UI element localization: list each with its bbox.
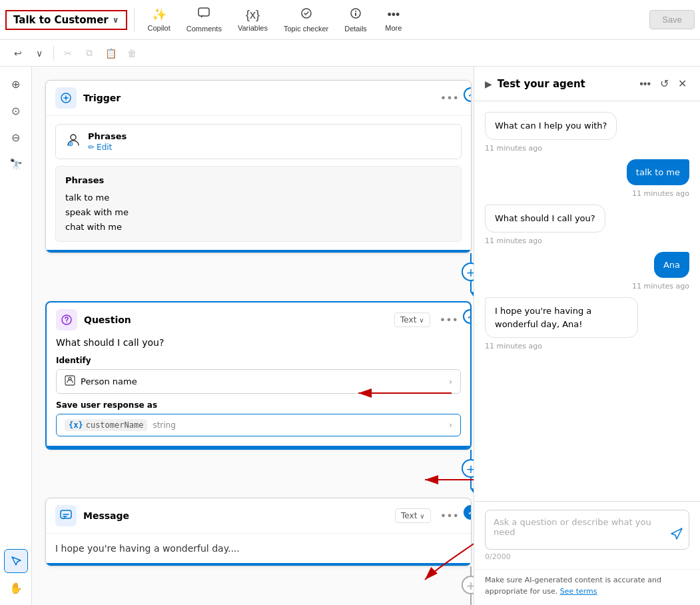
right-panel-title: Test your agent	[498, 78, 631, 90]
more-icon: •••	[387, 8, 400, 22]
canvas-inner: Trigger ••• Phrases ✏	[45, 80, 472, 605]
cut-button[interactable]: ✂	[58, 43, 78, 63]
trigger-node-header: Trigger •••	[46, 81, 471, 116]
agent-bubble-3: I hope you're having a wonderful day, An…	[485, 297, 638, 338]
message-node-menu[interactable]: •••	[438, 507, 462, 525]
connector-3: +	[470, 566, 472, 605]
expand-icon[interactable]: ▶	[485, 79, 492, 89]
agent-bubble-2: What should I call you?	[485, 205, 605, 233]
phrase-3: chat with me	[65, 220, 452, 235]
canvas: Trigger ••• Phrases ✏	[32, 67, 474, 605]
phrase-1: talk to me	[65, 191, 452, 205]
trigger-edit-link[interactable]: ✏ Edit	[88, 143, 127, 152]
copilot-button[interactable]: ✨ Copilot	[141, 5, 177, 35]
add-node-btn-1[interactable]: +	[462, 263, 474, 281]
message-node[interactable]: Message Text ∨ ••• I hope you're having …	[45, 498, 472, 566]
identify-row[interactable]: Person name ›	[56, 369, 461, 394]
person-name-text: Person name	[81, 376, 137, 386]
panel-close-button[interactable]: ✕	[675, 75, 689, 93]
question-node[interactable]: Question Text ∨ ••• What should I call y…	[45, 301, 472, 450]
trigger-phrases-label: Phrases	[88, 131, 127, 141]
phrase-2: speak with me	[65, 205, 452, 220]
question-node-accent	[47, 446, 470, 448]
more-label: More	[385, 24, 402, 32]
zoom-fit-button[interactable]: ⊙	[4, 99, 28, 123]
trigger-node-menu[interactable]: •••	[438, 89, 462, 107]
chat-input-inner: Ask a question or describe what you need…	[485, 510, 689, 561]
message-node-accent	[46, 563, 471, 566]
message-type-badge[interactable]: Text ∨	[395, 508, 431, 523]
phrases-person-icon	[65, 132, 81, 151]
chat-message-3: What should I call you? 11 minutes ago	[485, 205, 689, 245]
save-response-chevron-icon: ›	[449, 420, 452, 430]
panel-refresh-button[interactable]: ↺	[657, 75, 671, 93]
message-body-text: I hope you're having a wonderful day....	[46, 534, 471, 563]
main-area: ⊕ ⊙ ⊖ 🔭 ✋ Trigger •••	[0, 67, 700, 605]
chat-time-3: 11 minutes ago	[485, 237, 689, 245]
send-button[interactable]	[670, 527, 683, 544]
topic-checker-icon	[300, 7, 312, 23]
comments-label: Comments	[186, 25, 222, 33]
undo-button[interactable]: ↩	[8, 43, 28, 63]
comments-icon	[198, 7, 210, 23]
question-type-chevron-icon: ∨	[419, 316, 424, 324]
chat-area: What can I help you with? 11 minutes ago…	[474, 101, 700, 501]
copilot-label: Copilot	[148, 24, 171, 32]
topic-checker-button[interactable]: Topic checker	[277, 5, 335, 35]
chat-message-2: talk to me 11 minutes ago	[485, 159, 689, 199]
variables-icon: {x}	[246, 8, 260, 22]
more-button[interactable]: ••• More	[376, 5, 411, 35]
connector-arrow-1	[470, 292, 474, 299]
details-button[interactable]: Details	[338, 5, 374, 35]
chat-input-box[interactable]: Ask a question or describe what you need	[485, 510, 689, 550]
variable-badge: {x} customerName	[65, 419, 147, 431]
save-button[interactable]: Save	[649, 10, 695, 29]
chat-time-4: 11 minutes ago	[485, 282, 689, 291]
app-title-text: Talk to Customer	[13, 14, 109, 26]
connector-arrow-2	[470, 488, 474, 495]
user-bubble-1: talk to me	[627, 159, 689, 186]
connector-line-3b	[470, 594, 472, 605]
message-type-label: Text	[401, 511, 417, 520]
sub-toolbar: ↩ ∨ ✂ ⧉ 📋 🗑	[0, 40, 700, 67]
chat-message-5: I hope you're having a wonderful day, An…	[485, 297, 689, 350]
trigger-node[interactable]: Trigger ••• Phrases ✏	[45, 80, 472, 253]
person-name-icon	[65, 375, 75, 388]
right-panel: ▶ Test your agent ••• ↺ ✕ What can I hel…	[474, 67, 700, 605]
svg-point-9	[66, 322, 67, 323]
delete-button[interactable]: 🗑	[122, 43, 142, 63]
map-button[interactable]: 🔭	[4, 152, 28, 176]
connector-2: +	[470, 450, 472, 495]
trigger-node-wrapper: Trigger ••• Phrases ✏	[45, 80, 472, 253]
char-counter: 0/2000	[485, 552, 689, 561]
variables-label: Variables	[238, 24, 268, 32]
save-response-label: Save user response as	[56, 400, 461, 410]
trigger-node-body: Phrases ✏ Edit Phrases talk to me speak …	[46, 116, 471, 250]
zoom-out-button[interactable]: ⊖	[4, 125, 28, 149]
save-response-row[interactable]: {x} customerName string ›	[56, 414, 461, 436]
undo-dropdown-button[interactable]: ∨	[29, 43, 49, 63]
add-node-btn-2[interactable]: +	[462, 459, 474, 478]
question-type-badge[interactable]: Text ∨	[394, 312, 430, 327]
paste-button[interactable]: 📋	[101, 43, 121, 63]
identify-section: Identify Person name ›	[47, 356, 470, 400]
comments-button[interactable]: Comments	[180, 5, 228, 35]
connector-line-1b	[470, 281, 472, 292]
chat-message-1: What can I help you with? 11 minutes ago	[485, 112, 689, 153]
app-title[interactable]: Talk to Customer ∨	[5, 10, 127, 30]
svg-point-11	[69, 378, 71, 380]
question-node-menu[interactable]: •••	[437, 311, 461, 329]
variables-button[interactable]: {x} Variables	[231, 5, 274, 35]
chat-message-4: Ana 11 minutes ago	[485, 252, 689, 291]
see-terms-link[interactable]: See terms	[560, 587, 597, 596]
panel-options-button[interactable]: •••	[637, 75, 653, 93]
save-response-left: {x} customerName string	[65, 419, 176, 431]
hand-tool-button[interactable]: ✋	[4, 576, 28, 600]
var-type: string	[153, 420, 175, 430]
add-node-btn-3[interactable]: +	[462, 576, 474, 594]
copy-button[interactable]: ⧉	[79, 43, 99, 63]
select-tool-button[interactable]	[4, 549, 28, 573]
message-node-header: Message Text ∨ •••	[46, 498, 471, 534]
zoom-in-button[interactable]: ⊕	[4, 72, 28, 96]
details-label: Details	[344, 25, 367, 33]
